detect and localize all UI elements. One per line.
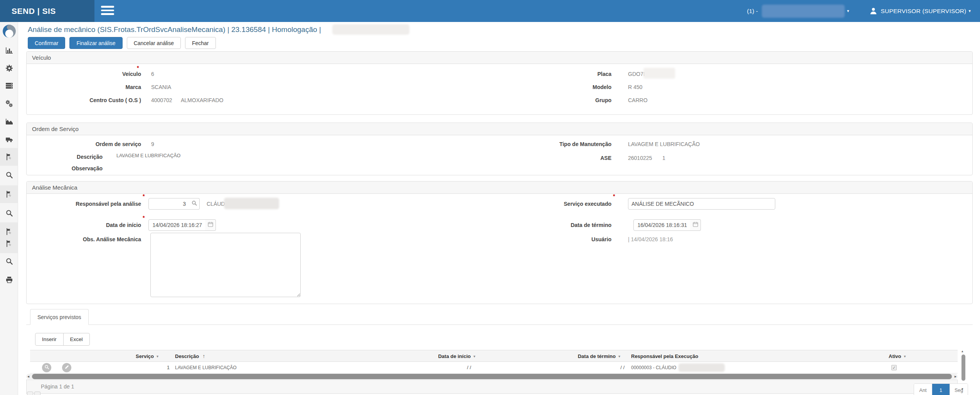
start-date-calendar-button[interactable] [205, 219, 216, 231]
end-date-calendar-button[interactable] [690, 219, 701, 231]
column-header-responsavel[interactable]: Responsável pela Execução [631, 350, 698, 362]
description-label: Descrição [27, 154, 103, 160]
scrollbar-thumb[interactable] [32, 374, 952, 379]
redacted-text [643, 68, 675, 79]
end-date-input[interactable] [633, 219, 690, 231]
chevron-down-icon: ▾ [968, 8, 971, 13]
cell-data-inicio: / / [438, 362, 471, 373]
row-view-button[interactable] [42, 363, 51, 372]
scroll-up-icon[interactable]: ▴ [961, 349, 963, 353]
sidebar-item-flag[interactable] [0, 236, 18, 251]
sort-caret-icon: ▾ [473, 354, 475, 358]
column-header-servico[interactable]: Serviço▾ [115, 350, 158, 362]
redacted-text [332, 24, 409, 35]
hamburger-menu-icon[interactable] [101, 6, 114, 16]
executed-service-input[interactable] [628, 198, 775, 210]
maintenance-type-label: Tipo de Manutenção [451, 141, 611, 147]
toolbar: Confirmar Finalizar análise Cancelar aná… [28, 37, 216, 49]
sidebar-item-chart-area[interactable] [0, 114, 18, 129]
chevron-down-icon[interactable]: ▾ [847, 8, 849, 13]
tabs-row: Serviços previstos [26, 309, 973, 325]
start-date-input[interactable] [148, 219, 205, 231]
analysis-responsible-input[interactable] [148, 198, 189, 210]
confirm-button[interactable]: Confirmar [28, 37, 65, 49]
sidebar-item-flag[interactable] [0, 149, 18, 165]
redacted-company-select[interactable] [762, 5, 845, 18]
app-logo-icon[interactable] [2, 24, 17, 39]
scroll-right-icon[interactable]: ▸ [955, 374, 956, 379]
sidebar [0, 22, 18, 395]
column-header-data-termino[interactable]: Data de término▾ [575, 350, 620, 362]
executed-service-label: Serviço executado [451, 201, 611, 207]
calendar-icon [692, 221, 699, 229]
service-order-panel: Ordem de Serviço Ordem de serviço 9 Desc… [26, 123, 973, 175]
pencil-icon [64, 365, 69, 371]
mechanical-analysis-panel: Análise Mecânica * Responsável pela anál… [26, 181, 973, 304]
user-value: | 14/04/2026 18:16 [628, 236, 673, 242]
sort-caret-icon: ▾ [157, 354, 158, 358]
excel-button[interactable]: Excel [63, 333, 90, 346]
gears-icon [5, 100, 13, 108]
user-label: Usuário [451, 236, 611, 242]
group-value: CARRO [628, 97, 648, 103]
redacted-text [679, 363, 725, 372]
service-order-panel-title: Ordem de Serviço [27, 123, 972, 135]
pager-prev-button[interactable]: Ant [914, 384, 932, 395]
column-header-ativo[interactable]: Ativo▾ [889, 350, 906, 362]
table-row: 1 LAVAGEM E LUBRIFICAÇÃO / / / / 0000000… [30, 362, 958, 373]
sidebar-item-search[interactable] [0, 167, 18, 183]
sort-arrow-up-icon: ↑ [202, 353, 205, 359]
pager-page-1-button[interactable]: 1 [932, 384, 950, 395]
insert-button[interactable]: Inserir [35, 333, 64, 346]
tab-servicos-previstos[interactable]: Serviços previstos [30, 309, 89, 325]
column-header-descricao[interactable]: Descrição↑ [175, 350, 205, 362]
brand-label: Marca [27, 84, 141, 90]
user-name: SUPERVISOR (SUPERVISOR) [881, 8, 967, 15]
cost-center-desc: ALMOXARIFADO [181, 97, 223, 103]
top-navbar: SEND | SIS (1) - ▾ SUPERVISOR (SUPERVISO… [0, 0, 980, 22]
sidebar-item-truck[interactable] [0, 132, 18, 147]
analysis-obs-textarea[interactable] [150, 233, 301, 297]
calendar-icon [207, 221, 214, 229]
column-header-data-inicio[interactable]: Data de início▾ [438, 350, 475, 362]
app-window: SEND | SIS (1) - ▾ SUPERVISOR (SUPERVISO… [0, 0, 980, 395]
grid-toolbar: Inserir Excel [35, 333, 90, 346]
scrollbar-thumb[interactable] [961, 355, 965, 381]
close-button[interactable]: Fechar [185, 37, 216, 49]
person-icon [869, 7, 877, 15]
vehicle-value: 6 [151, 71, 154, 77]
search-lookup-button[interactable] [189, 198, 200, 210]
sidebar-item-chart-bar[interactable] [0, 43, 18, 58]
brand-value: SCANIA [151, 84, 171, 90]
vertical-scrollbar[interactable]: ▴ ▾ [961, 350, 966, 393]
row-edit-button[interactable] [62, 363, 71, 372]
user-menu[interactable]: SUPERVISOR (SUPERVISOR) ▾ [869, 7, 973, 15]
horizontal-scrollbar[interactable]: ◂ ▸ [26, 374, 958, 379]
sidebar-item-printer[interactable] [0, 272, 18, 287]
analysis-responsible-label: Responsável pela análise [27, 201, 141, 207]
model-value: R 450 [628, 84, 642, 90]
observation-label: Observação [27, 165, 103, 171]
finalize-analysis-button[interactable]: Finalizar análise [69, 37, 122, 49]
scroll-left-icon[interactable]: ◂ [27, 374, 29, 379]
scroll-down-icon[interactable]: ▾ [961, 387, 963, 391]
sidebar-item-gears[interactable] [0, 96, 18, 111]
sort-caret-icon: ▾ [904, 354, 906, 358]
cancel-analysis-button[interactable]: Cancelar análise [127, 37, 181, 49]
sidebar-item-server[interactable] [0, 78, 18, 93]
search-icon [5, 257, 13, 265]
sidebar-item-search[interactable] [0, 205, 18, 221]
navbar-right: (1) - ▾ SUPERVISOR (SUPERVISOR) ▾ [747, 0, 973, 22]
vehicle-panel: Veículo * Veículo 6 Marca SCANIA Centro … [26, 51, 973, 115]
ase-code: 26010225 [628, 155, 652, 161]
redacted-text [224, 198, 279, 209]
printer-icon [5, 276, 13, 284]
sidebar-item-search[interactable] [0, 254, 18, 269]
vehicle-panel-title: Veículo [27, 52, 972, 64]
sidebar-item-flag[interactable] [0, 187, 18, 202]
brand-logo[interactable]: SEND | SIS [0, 0, 94, 22]
cell-responsavel: 00000003 - CLÁUDIO [631, 362, 676, 373]
search-icon [44, 365, 49, 371]
flag-icon [5, 240, 13, 247]
sidebar-item-gear[interactable] [0, 61, 18, 76]
